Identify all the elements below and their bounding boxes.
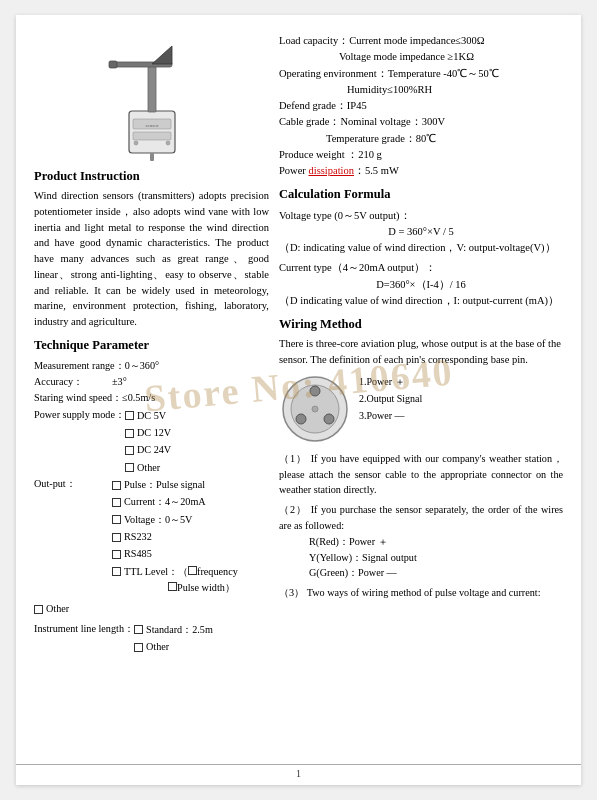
connector-label-1: 1.Power ＋ (359, 373, 422, 390)
item-2-text: If you purchase the sensor separately, t… (279, 504, 563, 531)
spec-humidity: Humidity≤100%RH (279, 82, 563, 98)
power-option-other: Other (125, 459, 269, 476)
param-row-wind-speed: Staring wind speed： ≤0.5m/s (34, 390, 269, 406)
checkbox-pulse-width (168, 582, 177, 591)
checkbox-freq (188, 566, 197, 575)
calc-voltage-formula: D = 360°×V / 5 (279, 224, 563, 240)
power-option-24v: DC 24V (125, 441, 269, 458)
param-row-power: Power supply mode： DC 5V DC 12V DC 24V O… (34, 407, 269, 476)
param-label-measurement: Measurement range： (34, 358, 125, 374)
svg-marker-6 (152, 46, 172, 64)
technique-title: Technique Parameter (34, 338, 269, 353)
checkbox-pulse (112, 481, 121, 490)
numbered-list: （1） If you have equipped with our compan… (279, 451, 563, 601)
wire-green: G(Green)：Power — (309, 565, 563, 581)
instrument-other: Other (134, 638, 269, 655)
left-column: sensor Product I (34, 33, 269, 771)
output-ttl: TTL Level：（frequency (112, 563, 269, 580)
numbered-item-3: （3） Two ways of wiring method of pulse v… (279, 585, 563, 601)
svg-rect-3 (133, 132, 171, 140)
svg-point-9 (134, 141, 138, 145)
param-row-accuracy: Accuracy： ±3° (34, 374, 269, 390)
page-footer: 1 (16, 764, 581, 779)
product-instruction-body: Wind direction sensors (transmitters) ad… (34, 188, 269, 330)
output-voltage: Voltage：0～5V (112, 511, 269, 528)
checkbox-standard (134, 625, 143, 634)
technique-table: Measurement range： 0～360° Accuracy： ±3° … (34, 358, 269, 656)
instrument-standard: Standard：2.5m (134, 621, 269, 638)
calc-block: Voltage type (0～5V output)： D = 360°×V /… (279, 208, 563, 310)
checkbox-ttl (112, 567, 121, 576)
wire-yellow: Y(Yellow)：Signal output (309, 550, 563, 566)
item-3-text: Two ways of wiring method of pulse volta… (307, 587, 541, 598)
param-value-wind-speed: ≤0.5m/s (122, 390, 269, 406)
numbered-item-1: （1） If you have equipped with our compan… (279, 451, 563, 498)
ttl-pulse-width: Pulse width） (112, 580, 269, 595)
calc-current-note: （D indicating value of wind direction，I:… (279, 293, 563, 309)
item-3-num: （3） (279, 587, 304, 598)
connector-label-2: 2.Output Signal (359, 390, 422, 407)
calc-current-intro: Current type（4～20mA output）： (279, 260, 563, 276)
power-option-12v: DC 12V (125, 424, 269, 441)
param-label-wind-speed: Staring wind speed： (34, 390, 122, 406)
svg-point-14 (296, 414, 306, 424)
checkbox-power-other (125, 463, 134, 472)
wiring-title: Wiring Method (279, 315, 563, 333)
param-row-instrument: Instrument line length： Standard：2.5m Ot… (34, 621, 269, 656)
item-1-num: （1） (279, 453, 307, 464)
calc-title: Calculation Formula (279, 185, 563, 203)
param-value-power: DC 5V DC 12V DC 24V Other (125, 407, 269, 476)
param-value-accuracy: ±3° (112, 374, 269, 390)
param-value-output: Pulse：Pulse signal Current：4～20mA Voltag… (112, 476, 269, 595)
param-label-accuracy: Accuracy： (34, 374, 112, 390)
param-value-instrument: Standard：2.5m Other (134, 621, 269, 656)
svg-point-15 (324, 414, 334, 424)
checkbox-instrument-other (134, 643, 143, 652)
checkbox-24v (125, 446, 134, 455)
svg-point-16 (312, 406, 318, 412)
spec-load-voltage: Voltage mode impedance ≥1KΩ (279, 49, 563, 65)
checkbox-5v (125, 411, 134, 420)
numbered-item-2: （2） If you purchase the sensor separatel… (279, 502, 563, 581)
wire-red: R(Red)：Power ＋ (309, 534, 563, 550)
svg-rect-7 (109, 61, 117, 68)
checkbox-12v (125, 429, 134, 438)
checkbox-output-other (34, 605, 43, 614)
calc-voltage-note: （D: indicating value of wind direction，V… (279, 240, 563, 256)
power-option-5v: DC 5V (125, 407, 269, 424)
product-instruction-title: Product Instruction (34, 169, 269, 184)
spec-block: Load capacity：Current mode impedance≤300… (279, 33, 563, 179)
param-label-instrument: Instrument line length： (34, 621, 134, 637)
param-row-measurement: Measurement range： 0～360° (34, 358, 269, 374)
output-rs485: RS485 (112, 545, 269, 562)
checkbox-rs232 (112, 533, 121, 542)
spec-operating-env: Operating environment：Temperature -40℃～5… (279, 66, 563, 82)
output-current: Current：4～20mA (112, 493, 269, 510)
connector-labels: 1.Power ＋ 2.Output Signal 3.Power — (359, 373, 422, 424)
svg-rect-8 (150, 153, 154, 161)
item-1-text: If you have equipped with our company's … (279, 453, 563, 496)
right-column: Load capacity：Current mode impedance≤300… (279, 33, 563, 771)
dissipation-link[interactable]: dissipation (308, 165, 354, 176)
output-other: Other (34, 600, 269, 617)
item-2-num: （2） (279, 504, 307, 515)
connector-label-3: 3.Power — (359, 407, 422, 424)
svg-text:sensor: sensor (145, 123, 158, 128)
param-label-output: Out-put： (34, 476, 112, 492)
spec-power-dissipation: Power dissipation：5.5 mW (279, 163, 563, 179)
spec-temp-grade: Temperature grade：80℃ (279, 131, 563, 147)
connector-diagram (279, 373, 351, 445)
spec-cable-grade: Cable grade：Nominal voltage：300V (279, 114, 563, 130)
param-row-output: Out-put： Pulse：Pulse signal Current：4～20… (34, 476, 269, 595)
spec-load: Load capacity：Current mode impedance≤300… (279, 33, 563, 49)
output-pulse: Pulse：Pulse signal (112, 476, 269, 493)
connector-area: 1.Power ＋ 2.Output Signal 3.Power — (279, 373, 563, 445)
param-label-power: Power supply mode： (34, 407, 125, 423)
svg-point-10 (166, 141, 170, 145)
checkbox-rs485 (112, 550, 121, 559)
spec-produce-weight: Produce weight ：210 g (279, 147, 563, 163)
page-number: 1 (296, 768, 301, 779)
calc-current-formula: D=360°×（I-4）/ 16 (279, 277, 563, 293)
param-value-measurement: 0～360° (125, 358, 269, 374)
svg-point-13 (310, 386, 320, 396)
